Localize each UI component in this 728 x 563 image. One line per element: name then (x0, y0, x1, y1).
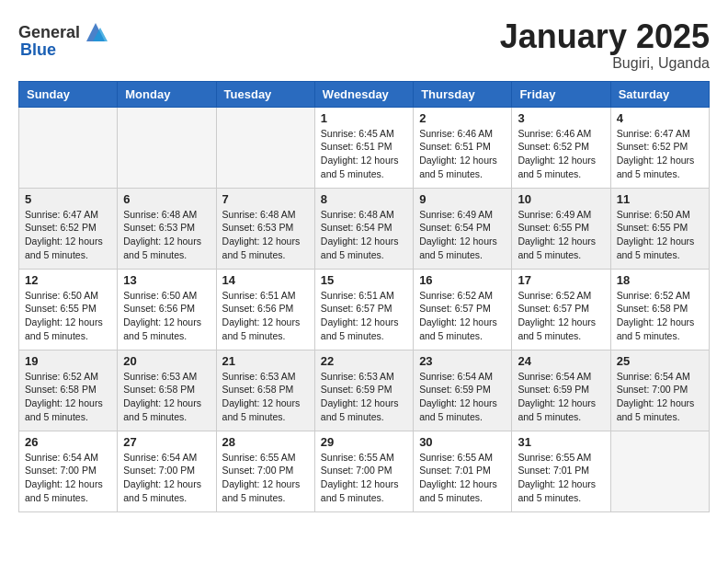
title-block: January 2025 Bugiri, Uganda (500, 18, 710, 72)
table-row: 11Sunrise: 6:50 AMSunset: 6:55 PMDayligh… (610, 188, 709, 269)
table-row: 4Sunrise: 6:47 AMSunset: 6:52 PMDaylight… (610, 107, 709, 188)
table-row: 10Sunrise: 6:49 AMSunset: 6:55 PMDayligh… (512, 188, 610, 269)
day-number: 22 (321, 354, 407, 368)
day-info: Sunrise: 6:54 AMSunset: 6:59 PMDaylight:… (518, 370, 604, 424)
table-row (610, 431, 709, 511)
table-row: 13Sunrise: 6:50 AMSunset: 6:56 PMDayligh… (118, 269, 216, 350)
calendar-week-row: 12Sunrise: 6:50 AMSunset: 6:55 PMDayligh… (19, 269, 710, 350)
day-info: Sunrise: 6:51 AMSunset: 6:56 PMDaylight:… (222, 289, 309, 343)
day-info: Sunrise: 6:47 AMSunset: 6:52 PMDaylight:… (617, 127, 703, 181)
day-info: Sunrise: 6:54 AMSunset: 6:59 PMDaylight:… (419, 370, 506, 424)
day-info: Sunrise: 6:54 AMSunset: 7:00 PMDaylight:… (123, 451, 210, 505)
weekday-header-friday: Friday (512, 81, 610, 107)
day-info: Sunrise: 6:52 AMSunset: 6:57 PMDaylight:… (518, 289, 604, 343)
day-number: 17 (518, 273, 604, 287)
table-row: 9Sunrise: 6:49 AMSunset: 6:54 PMDaylight… (414, 188, 512, 269)
table-row: 18Sunrise: 6:52 AMSunset: 6:58 PMDayligh… (610, 269, 709, 350)
table-row: 19Sunrise: 6:52 AMSunset: 6:58 PMDayligh… (19, 350, 118, 431)
day-info: Sunrise: 6:45 AMSunset: 6:51 PMDaylight:… (321, 127, 407, 181)
day-number: 8 (321, 192, 407, 206)
weekday-header-row: SundayMondayTuesdayWednesdayThursdayFrid… (19, 81, 710, 107)
day-number: 27 (123, 435, 210, 449)
day-number: 2 (419, 111, 506, 125)
table-row: 25Sunrise: 6:54 AMSunset: 7:00 PMDayligh… (610, 350, 709, 431)
day-number: 30 (419, 435, 506, 449)
day-info: Sunrise: 6:52 AMSunset: 6:58 PMDaylight:… (25, 370, 111, 424)
day-info: Sunrise: 6:55 AMSunset: 7:01 PMDaylight:… (419, 451, 506, 505)
weekday-header-monday: Monday (118, 81, 216, 107)
logo-general-text: General (18, 23, 80, 42)
weekday-header-thursday: Thursday (414, 81, 512, 107)
day-number: 14 (222, 273, 309, 287)
logo-blue-text: Blue (20, 40, 56, 60)
table-row: 7Sunrise: 6:48 AMSunset: 6:53 PMDaylight… (216, 188, 314, 269)
table-row: 15Sunrise: 6:51 AMSunset: 6:57 PMDayligh… (314, 269, 413, 350)
day-number: 31 (518, 435, 604, 449)
day-info: Sunrise: 6:52 AMSunset: 6:57 PMDaylight:… (419, 289, 506, 343)
logo-icon (82, 18, 109, 46)
weekday-header-wednesday: Wednesday (314, 81, 413, 107)
day-number: 19 (25, 354, 111, 368)
day-info: Sunrise: 6:47 AMSunset: 6:52 PMDaylight:… (25, 208, 111, 262)
table-row: 26Sunrise: 6:54 AMSunset: 7:00 PMDayligh… (19, 431, 118, 511)
table-row: 30Sunrise: 6:55 AMSunset: 7:01 PMDayligh… (414, 431, 512, 511)
table-row: 22Sunrise: 6:53 AMSunset: 6:59 PMDayligh… (314, 350, 413, 431)
day-info: Sunrise: 6:51 AMSunset: 6:57 PMDaylight:… (321, 289, 407, 343)
table-row: 8Sunrise: 6:48 AMSunset: 6:54 PMDaylight… (314, 188, 413, 269)
table-row (19, 107, 118, 188)
day-number: 16 (419, 273, 506, 287)
logo: General Blue (18, 18, 109, 60)
day-info: Sunrise: 6:48 AMSunset: 6:53 PMDaylight:… (222, 208, 309, 262)
day-info: Sunrise: 6:53 AMSunset: 6:59 PMDaylight:… (321, 370, 407, 424)
location-subtitle: Bugiri, Uganda (500, 55, 710, 72)
day-info: Sunrise: 6:55 AMSunset: 7:01 PMDaylight:… (518, 451, 604, 505)
table-row: 1Sunrise: 6:45 AMSunset: 6:51 PMDaylight… (314, 107, 413, 188)
table-row: 29Sunrise: 6:55 AMSunset: 7:00 PMDayligh… (314, 431, 413, 511)
table-row: 6Sunrise: 6:48 AMSunset: 6:53 PMDaylight… (118, 188, 216, 269)
page-header: General Blue January 2025 Bugiri, Uganda (18, 18, 710, 72)
table-row: 27Sunrise: 6:54 AMSunset: 7:00 PMDayligh… (118, 431, 216, 511)
day-info: Sunrise: 6:55 AMSunset: 7:00 PMDaylight:… (321, 451, 407, 505)
day-number: 4 (617, 111, 703, 125)
table-row: 3Sunrise: 6:46 AMSunset: 6:52 PMDaylight… (512, 107, 610, 188)
day-info: Sunrise: 6:52 AMSunset: 6:58 PMDaylight:… (617, 289, 703, 343)
table-row: 21Sunrise: 6:53 AMSunset: 6:58 PMDayligh… (216, 350, 314, 431)
table-row: 20Sunrise: 6:53 AMSunset: 6:58 PMDayligh… (118, 350, 216, 431)
month-year-title: January 2025 (500, 18, 710, 55)
calendar-week-row: 5Sunrise: 6:47 AMSunset: 6:52 PMDaylight… (19, 188, 710, 269)
day-number: 11 (617, 192, 703, 206)
day-number: 25 (617, 354, 703, 368)
day-number: 12 (25, 273, 111, 287)
day-number: 23 (419, 354, 506, 368)
day-info: Sunrise: 6:49 AMSunset: 6:54 PMDaylight:… (419, 208, 506, 262)
table-row: 12Sunrise: 6:50 AMSunset: 6:55 PMDayligh… (19, 269, 118, 350)
table-row: 16Sunrise: 6:52 AMSunset: 6:57 PMDayligh… (414, 269, 512, 350)
calendar-week-row: 1Sunrise: 6:45 AMSunset: 6:51 PMDaylight… (19, 107, 710, 188)
day-number: 10 (518, 192, 604, 206)
day-info: Sunrise: 6:48 AMSunset: 6:53 PMDaylight:… (123, 208, 210, 262)
day-number: 28 (222, 435, 309, 449)
day-info: Sunrise: 6:49 AMSunset: 6:55 PMDaylight:… (518, 208, 604, 262)
day-number: 6 (123, 192, 210, 206)
day-info: Sunrise: 6:48 AMSunset: 6:54 PMDaylight:… (321, 208, 407, 262)
day-number: 3 (518, 111, 604, 125)
table-row: 17Sunrise: 6:52 AMSunset: 6:57 PMDayligh… (512, 269, 610, 350)
weekday-header-saturday: Saturday (610, 81, 709, 107)
day-number: 24 (518, 354, 604, 368)
weekday-header-tuesday: Tuesday (216, 81, 314, 107)
day-number: 29 (321, 435, 407, 449)
day-info: Sunrise: 6:53 AMSunset: 6:58 PMDaylight:… (123, 370, 210, 424)
day-number: 7 (222, 192, 309, 206)
day-number: 26 (25, 435, 111, 449)
day-info: Sunrise: 6:55 AMSunset: 7:00 PMDaylight:… (222, 451, 309, 505)
day-info: Sunrise: 6:53 AMSunset: 6:58 PMDaylight:… (222, 370, 309, 424)
day-info: Sunrise: 6:50 AMSunset: 6:55 PMDaylight:… (25, 289, 111, 343)
table-row: 5Sunrise: 6:47 AMSunset: 6:52 PMDaylight… (19, 188, 118, 269)
table-row: 24Sunrise: 6:54 AMSunset: 6:59 PMDayligh… (512, 350, 610, 431)
table-row: 2Sunrise: 6:46 AMSunset: 6:51 PMDaylight… (414, 107, 512, 188)
table-row: 28Sunrise: 6:55 AMSunset: 7:00 PMDayligh… (216, 431, 314, 511)
table-row: 31Sunrise: 6:55 AMSunset: 7:01 PMDayligh… (512, 431, 610, 511)
day-info: Sunrise: 6:50 AMSunset: 6:56 PMDaylight:… (123, 289, 210, 343)
day-number: 5 (25, 192, 111, 206)
table-row: 14Sunrise: 6:51 AMSunset: 6:56 PMDayligh… (216, 269, 314, 350)
